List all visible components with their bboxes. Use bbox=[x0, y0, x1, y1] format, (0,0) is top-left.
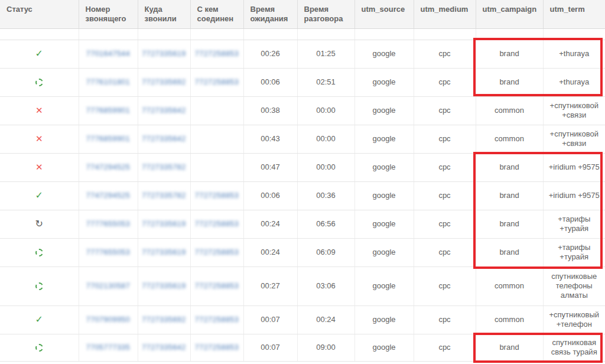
talk-time-cell: 09:00 bbox=[297, 334, 354, 361]
spacer-cell bbox=[243, 28, 297, 40]
spacer-cell bbox=[0, 28, 79, 40]
utm-term-cell: +спутниковой +связи bbox=[543, 125, 605, 153]
caller-number-link[interactable]: 7776101801 bbox=[86, 78, 131, 86]
spacer-cell bbox=[543, 28, 605, 40]
utm-campaign-cell: common bbox=[476, 306, 543, 334]
connected-number-link[interactable]: 7727258853 bbox=[195, 248, 239, 256]
connected-number-cell: 7727258853 bbox=[190, 306, 243, 334]
outgoing-status-icon bbox=[35, 249, 43, 256]
utm-medium-cell: cpc bbox=[414, 210, 476, 238]
connected-number-link[interactable]: 7727258853 bbox=[195, 78, 239, 86]
connected-number-link[interactable]: 7727258853 bbox=[195, 220, 239, 228]
caller-number-cell: 7705777335 bbox=[79, 334, 138, 361]
connected-number-cell bbox=[190, 125, 243, 153]
caller-number-link[interactable]: 7705777335 bbox=[86, 343, 131, 352]
caller-number-link[interactable]: 7777655053 bbox=[86, 220, 131, 228]
outgoing-status-icon bbox=[35, 79, 43, 86]
utm-campaign-cell: common bbox=[476, 96, 543, 125]
called-number-link[interactable]: 7727335692 bbox=[142, 78, 186, 86]
spacer-row bbox=[0, 28, 605, 40]
table-row: ✕ 7747294525 7727335782 00:47 00:00 goog… bbox=[0, 153, 605, 181]
called-number-cell: 7727335692 bbox=[138, 306, 190, 334]
table-row: ✓ 7707909950 7727335692 7727258853 00:07… bbox=[0, 306, 605, 334]
called-number-link[interactable]: 7727335642 bbox=[142, 343, 186, 352]
table-row: ✓ 7701647544 7727335619 7727258853 00:26… bbox=[0, 40, 605, 68]
utm-source-cell: google bbox=[354, 153, 414, 181]
connected-number-cell bbox=[190, 153, 243, 181]
connected-number-link[interactable]: 7727258853 bbox=[195, 50, 239, 58]
caller-number-link[interactable]: 7776859901 bbox=[86, 135, 131, 143]
connected-number-cell: 7727258853 bbox=[190, 40, 243, 68]
called-number-link[interactable]: 7727335692 bbox=[142, 316, 186, 324]
utm-term-cell: +тарифы +турайя bbox=[543, 210, 605, 238]
table-row: ✕ 7776859901 7727335642 00:38 00:00 goog… bbox=[0, 96, 605, 125]
called-number-cell: 7727335642 bbox=[138, 96, 190, 125]
connected-number-link[interactable]: 7727258853 bbox=[195, 343, 239, 352]
utm-campaign-cell: brand bbox=[476, 238, 543, 266]
caller-number-link[interactable]: 7747294525 bbox=[86, 163, 131, 171]
table-row: ✕ 7776859901 7727335642 00:43 00:00 goog… bbox=[0, 125, 605, 153]
utm-source-cell: google bbox=[354, 68, 414, 96]
col-header-called-number: Куда звонили bbox=[138, 0, 190, 28]
talk-time-cell: 00:00 bbox=[297, 153, 354, 181]
wait-time-cell: 00:24 bbox=[243, 210, 297, 238]
spacer-cell bbox=[79, 28, 138, 40]
called-number-link[interactable]: 7727335619 bbox=[142, 282, 186, 290]
caller-number-cell: 7777655053 bbox=[79, 210, 138, 238]
talk-time-cell: 01:25 bbox=[297, 40, 354, 68]
connected-number-cell: 7727258853 bbox=[190, 68, 243, 96]
utm-campaign-cell: common bbox=[476, 266, 543, 306]
connected-number-link[interactable]: 7727258853 bbox=[195, 316, 239, 324]
answered-status-icon: ✓ bbox=[35, 49, 43, 58]
caller-number-cell: 7702130587 bbox=[79, 266, 138, 306]
called-number-link[interactable]: 7727335782 bbox=[142, 163, 186, 171]
utm-campaign-cell: common bbox=[476, 125, 543, 153]
redial-status-icon: ↻ bbox=[35, 219, 43, 229]
caller-number-cell: 7747294525 bbox=[79, 153, 138, 181]
called-number-link[interactable]: 7727335642 bbox=[142, 135, 186, 143]
utm-source-cell: google bbox=[354, 334, 414, 361]
answered-status-icon: ✓ bbox=[35, 191, 43, 200]
caller-number-link[interactable]: 7776859901 bbox=[86, 106, 131, 115]
spacer-cell bbox=[138, 28, 190, 40]
caller-number-link[interactable]: 7701647544 bbox=[86, 50, 131, 58]
caller-number-link[interactable]: 7707909950 bbox=[86, 316, 131, 324]
utm-campaign-cell: brand bbox=[476, 40, 543, 68]
caller-number-link[interactable]: 7777655053 bbox=[86, 248, 131, 256]
called-number-link[interactable]: 7727335782 bbox=[142, 191, 186, 200]
utm-term-cell: +тарифы +турайя bbox=[543, 238, 605, 266]
utm-term-cell: +thuraya bbox=[543, 68, 605, 96]
caller-number-cell: 7776101801 bbox=[79, 68, 138, 96]
utm-medium-cell: cpc bbox=[414, 96, 476, 125]
outgoing-status-icon bbox=[35, 282, 43, 290]
caller-number-cell: 7701647544 bbox=[79, 40, 138, 68]
called-number-cell: 7727335692 bbox=[138, 68, 190, 96]
connected-number-link[interactable]: 7727258853 bbox=[195, 191, 239, 200]
utm-term-cell: спутниковая связь турайя bbox=[543, 334, 605, 361]
called-number-cell: 7727335619 bbox=[138, 210, 190, 238]
called-number-link[interactable]: 7727335619 bbox=[142, 248, 186, 256]
caller-number-link[interactable]: 7702130587 bbox=[86, 282, 131, 290]
caller-number-link[interactable]: 7747294525 bbox=[86, 191, 131, 200]
col-header-caller-number: Номер звонящего bbox=[79, 0, 138, 28]
utm-term-cell: +iridium +9575 bbox=[543, 181, 605, 210]
table-row: 7777655053 7727335619 7727258853 00:24 0… bbox=[0, 238, 605, 266]
called-number-link[interactable]: 7727335642 bbox=[142, 106, 186, 115]
col-header-status: Статус bbox=[0, 0, 79, 28]
utm-medium-cell: cpc bbox=[414, 68, 476, 96]
utm-medium-cell: cpc bbox=[414, 238, 476, 266]
utm-medium-cell: cpc bbox=[414, 334, 476, 361]
utm-source-cell: google bbox=[354, 125, 414, 153]
spacer-cell bbox=[297, 28, 354, 40]
utm-campaign-cell: brand bbox=[476, 334, 543, 361]
table-body: ✓ 7701647544 7727335619 7727258853 00:26… bbox=[0, 28, 605, 361]
status-cell bbox=[0, 238, 79, 266]
connected-number-link[interactable]: 7727258853 bbox=[195, 282, 239, 290]
talk-time-cell: 03:06 bbox=[297, 266, 354, 306]
status-cell: ✕ bbox=[0, 125, 79, 153]
called-number-link[interactable]: 7727335619 bbox=[142, 220, 186, 228]
called-number-link[interactable]: 7727335619 bbox=[142, 50, 186, 58]
table-row: 7705777335 7727335642 7727258853 00:07 0… bbox=[0, 334, 605, 361]
wait-time-cell: 00:24 bbox=[243, 238, 297, 266]
caller-number-cell: 7707909950 bbox=[79, 306, 138, 334]
